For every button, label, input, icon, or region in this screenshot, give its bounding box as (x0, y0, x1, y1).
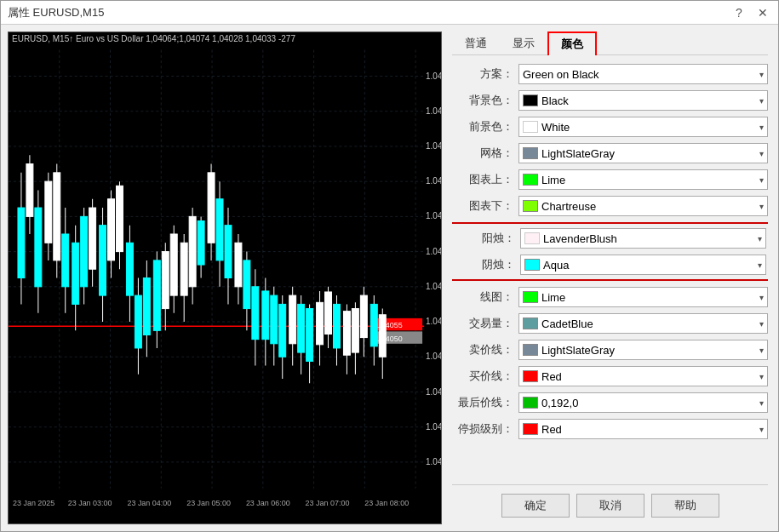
svg-rect-95 (271, 295, 278, 344)
svg-text:1.04135: 1.04135 (426, 141, 441, 151)
svg-rect-53 (81, 216, 88, 286)
bullcandle-dropdown[interactable]: LavenderBlush ▾ (520, 228, 766, 249)
svg-text:23 Jan 05:00: 23 Jan 05:00 (186, 499, 231, 507)
tab-display[interactable]: 显示 (500, 31, 547, 55)
setting-label-fg: 前景色： (452, 119, 513, 134)
setting-label-bidline: 买价线： (452, 369, 513, 384)
setting-label-chartdown: 图表下： (452, 198, 513, 214)
close-button[interactable]: ✕ (754, 4, 771, 21)
lastprice-dropdown[interactable]: 0,192,0 ▾ (518, 392, 768, 413)
bullcandle-color-swatch (524, 232, 540, 244)
svg-rect-89 (243, 260, 250, 309)
title-bar-left: 属性 EURUSD,M15 (8, 5, 104, 20)
svg-rect-55 (89, 208, 96, 269)
tabs: 普通 显示 颜色 (452, 31, 768, 55)
askline-dropdown[interactable]: LightSlateGray ▾ (518, 340, 768, 360)
svg-rect-63 (126, 243, 133, 295)
bearcandle-arrow-icon: ▾ (758, 260, 762, 270)
setting-label-chartup: 图表上： (452, 172, 513, 187)
bg-dropdown[interactable]: Black ▾ (518, 90, 768, 111)
setting-row-linechart: 线图： Lime ▾ (452, 285, 768, 309)
chartdown-color-swatch (523, 200, 538, 212)
chartdown-dropdown[interactable]: Chartreuse ▾ (518, 196, 768, 216)
volume-dropdown[interactable]: CadetBlue ▾ (518, 313, 768, 334)
fg-arrow-icon: ▾ (759, 123, 764, 132)
svg-text:23 Jan 08:00: 23 Jan 08:00 (364, 499, 409, 507)
setting-row-bullcandle: 阳烛： LavenderBlush ▾ (454, 226, 766, 250)
content-area: EURUSD, M15↑ Euro vs US Dollar 1,04064;1… (1, 25, 778, 531)
askline-arrow-icon: ▾ (759, 346, 764, 355)
title-bar: 属性 EURUSD,M15 ? ✕ (1, 1, 778, 25)
askline-value: LightSlateGray (541, 344, 756, 357)
settings-list: 方案： Green on Black ▾ 背景色： Black ▾ (452, 62, 768, 481)
setting-label-grid: 网格： (452, 146, 513, 161)
linechart-dropdown[interactable]: Lime ▾ (518, 287, 768, 307)
setting-label-stoplevel: 停损级别： (452, 421, 513, 437)
svg-text:1.04000: 1.04000 (426, 457, 441, 466)
setting-label-scheme: 方案： (452, 66, 513, 82)
cancel-button[interactable]: 取消 (576, 494, 644, 518)
tab-color[interactable]: 颜色 (547, 31, 597, 55)
bg-value: Black (541, 94, 756, 107)
tab-general[interactable]: 普通 (452, 31, 500, 55)
grid-value: LightSlateGray (541, 147, 756, 160)
chart-header: EURUSD, M15↑ Euro vs US Dollar 1,04064;1… (9, 32, 299, 45)
chartup-dropdown[interactable]: Lime ▾ (518, 169, 768, 190)
fg-dropdown[interactable]: White ▾ (518, 117, 768, 137)
ok-button[interactable]: 确定 (501, 494, 570, 518)
grid-dropdown[interactable]: LightSlateGray ▾ (518, 143, 768, 163)
fg-color-swatch (523, 121, 538, 133)
svg-rect-105 (317, 302, 324, 344)
svg-text:1.04015: 1.04015 (426, 422, 441, 432)
bullcandle-value: LavenderBlush (543, 232, 754, 245)
chart-svg: 1.04165 1.04150 1.04135 1.04120 1.04105 … (9, 32, 441, 523)
bottom-buttons: 确定 取消 帮助 (452, 484, 768, 524)
fg-value: White (541, 121, 756, 134)
chartdown-arrow-icon: ▾ (759, 202, 764, 211)
svg-rect-83 (216, 199, 223, 260)
svg-rect-75 (180, 243, 187, 295)
chartdown-value: Chartreuse (541, 200, 756, 213)
bearcandle-dropdown[interactable]: Aqua ▾ (520, 255, 766, 275)
bg-color-swatch (523, 94, 538, 106)
dialog-window: 属性 EURUSD,M15 ? ✕ EURUSD, M15↑ Euro vs U… (0, 0, 779, 532)
linechart-arrow-icon: ▾ (759, 293, 764, 302)
linechart-value: Lime (541, 291, 756, 304)
scheme-dropdown[interactable]: Green on Black ▾ (518, 64, 768, 84)
svg-rect-65 (135, 295, 141, 348)
svg-rect-117 (370, 304, 377, 346)
help-title-button[interactable]: ? (730, 4, 747, 21)
bearcandle-value: Aqua (543, 259, 754, 272)
setting-row-fg: 前景色： White ▾ (452, 115, 768, 139)
stoplevel-dropdown[interactable]: Red ▾ (518, 419, 768, 439)
svg-rect-71 (162, 252, 169, 309)
volume-color-swatch (523, 317, 538, 329)
svg-rect-69 (153, 260, 160, 330)
setting-row-bg: 背景色： Black ▾ (452, 89, 768, 112)
lastprice-arrow-icon: ▾ (759, 398, 764, 408)
setting-row-grid: 网格： LightSlateGray ▾ (452, 141, 768, 165)
title-bar-controls: ? ✕ (730, 4, 771, 21)
scheme-arrow-icon: ▾ (759, 70, 764, 79)
svg-rect-73 (170, 234, 177, 295)
svg-text:23 Jan 04:00: 23 Jan 04:00 (127, 499, 171, 507)
svg-text:23 Jan 03:00: 23 Jan 03:00 (68, 499, 112, 507)
svg-rect-103 (306, 309, 313, 362)
setting-label-volume: 交易量： (452, 316, 513, 331)
lastprice-color-swatch (523, 397, 538, 409)
linechart-color-swatch (523, 291, 538, 303)
grid-color-swatch (523, 147, 538, 159)
bidline-arrow-icon: ▾ (759, 372, 764, 381)
setting-row-stoplevel: 停损级别： Red ▾ (452, 417, 768, 441)
setting-row-bidline: 买价线： Red ▾ (452, 364, 768, 388)
svg-rect-81 (208, 173, 215, 243)
svg-rect-49 (62, 234, 69, 287)
right-panel: 普通 显示 颜色 方案： Green on Black ▾ 背景色： (442, 25, 778, 531)
bidline-dropdown[interactable]: Red ▾ (518, 366, 768, 386)
lastprice-value: 0,192,0 (541, 397, 756, 409)
stoplevel-color-swatch (523, 423, 538, 435)
svg-rect-87 (235, 243, 242, 287)
help-button[interactable]: 帮助 (651, 494, 719, 518)
bg-arrow-icon: ▾ (759, 96, 764, 106)
scheme-value: Green on Black (523, 68, 756, 81)
